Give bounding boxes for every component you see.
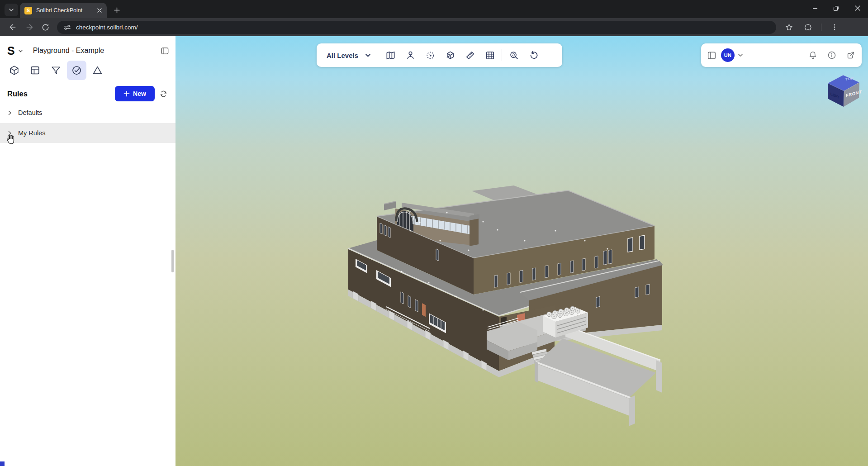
building-model-3d[interactable] — [175, 36, 868, 466]
notifications-button[interactable] — [808, 50, 818, 60]
tool-issues[interactable] — [88, 61, 107, 80]
new-rule-button[interactable]: New — [115, 86, 155, 101]
toolbar-separator — [502, 49, 502, 61]
tool-views[interactable] — [25, 61, 45, 80]
tab-search-button[interactable] — [5, 4, 18, 16]
navigation-cube[interactable]: TOP LEFT FRONT — [825, 71, 863, 113]
rules-heading: Rules — [7, 90, 28, 98]
address-bar[interactable]: checkpoint.solibri.com/ — [57, 21, 776, 34]
map-view-button[interactable] — [380, 45, 400, 65]
sync-rules-button[interactable] — [155, 86, 172, 101]
viewport-3d[interactable]: All Levels — [175, 36, 868, 466]
info-button[interactable] — [827, 50, 837, 60]
browser-tab[interactable]: S Solibri CheckPoint — [20, 3, 107, 18]
new-tab-button[interactable] — [110, 4, 123, 16]
section-box-button[interactable] — [440, 45, 460, 65]
zoom-select-button[interactable] — [504, 45, 524, 65]
workspace-chevron-icon[interactable] — [18, 48, 24, 54]
reset-rotate-icon — [529, 50, 539, 61]
location-pin-icon — [405, 50, 416, 61]
zoom-magnifier-icon — [509, 50, 519, 61]
share-button[interactable] — [846, 50, 856, 60]
browser-window: S Solibri CheckPoint checkpoint.solibri.… — [0, 0, 868, 466]
urlbar-separator — [821, 24, 821, 31]
chevron-right-icon[interactable] — [7, 130, 13, 136]
tree-item-label[interactable]: My Rules — [18, 129, 45, 137]
bookmark-star-icon[interactable] — [782, 20, 796, 34]
share-export-icon — [846, 50, 856, 60]
window-restore-button[interactable] — [825, 0, 847, 16]
extensions-icon[interactable] — [801, 20, 815, 34]
tab-title: Solibri CheckPoint — [36, 7, 95, 14]
window-close-button[interactable] — [847, 0, 868, 16]
url-text[interactable]: checkpoint.solibri.com/ — [76, 24, 138, 31]
filter-funnel-icon — [50, 65, 62, 76]
tree-item-my-rules[interactable]: My Rules — [0, 123, 175, 143]
focus-selection-button[interactable] — [420, 45, 440, 65]
ruler-icon — [465, 50, 475, 61]
levels-label[interactable]: All Levels — [327, 52, 358, 59]
panel-toggle-icon[interactable] — [707, 51, 716, 60]
grid-icon — [485, 50, 495, 61]
new-rule-label: New — [133, 90, 146, 97]
viewer-toolbar: All Levels — [317, 43, 562, 67]
cube-icon — [9, 65, 20, 76]
site-settings-icon[interactable] — [63, 24, 71, 31]
solibri-favicon: S — [24, 7, 32, 14]
sidebar-scrollbar-thumb[interactable] — [171, 250, 174, 272]
project-title: Playground - Example — [33, 47, 104, 55]
reload-button[interactable] — [38, 20, 52, 34]
sidebar-toolbar — [5, 61, 107, 80]
browser-menu-icon[interactable] — [828, 20, 841, 34]
tool-filter[interactable] — [46, 61, 66, 80]
user-avatar[interactable]: UN — [721, 48, 735, 62]
section-cube-icon — [445, 50, 455, 61]
urlbar-actions — [781, 20, 843, 34]
account-actions — [808, 50, 856, 60]
measure-button[interactable] — [460, 45, 480, 65]
focus-target-icon — [425, 50, 436, 61]
account-toolbar: UN — [701, 43, 862, 67]
app-content: S Playground - Example — [0, 36, 868, 466]
collapse-sidebar-icon[interactable] — [161, 47, 169, 55]
walk-mode-button[interactable] — [400, 45, 420, 65]
tool-model-3d[interactable] — [5, 61, 24, 80]
chevron-down-icon[interactable] — [737, 52, 744, 58]
reset-view-button[interactable] — [524, 45, 544, 65]
bell-icon — [808, 50, 818, 60]
chevron-down-icon — [9, 7, 14, 13]
tree-item-defaults[interactable]: Defaults — [0, 104, 175, 121]
browser-titlebar: S Solibri CheckPoint — [0, 0, 868, 18]
chevron-down-icon — [365, 52, 371, 59]
triangle-icon — [92, 65, 103, 76]
levels-selector[interactable]: All Levels — [327, 52, 371, 59]
browser-urlbar: checkpoint.solibri.com/ — [0, 18, 868, 36]
forward-button[interactable] — [22, 20, 36, 34]
window-controls — [804, 0, 868, 18]
bottom-corner-widget — [0, 461, 5, 466]
sidebar-header: S Playground - Example — [7, 43, 169, 58]
tab-close-icon[interactable] — [95, 7, 103, 14]
tool-rules[interactable] — [67, 61, 86, 80]
refresh-icon — [159, 89, 168, 99]
plus-icon — [123, 90, 130, 97]
map-icon — [385, 50, 396, 61]
window-minimize-button[interactable] — [804, 0, 825, 16]
solibri-logo: S — [7, 45, 14, 57]
tree-item-label[interactable]: Defaults — [18, 109, 42, 116]
chevron-right-icon[interactable] — [7, 110, 13, 116]
grid-button[interactable] — [480, 45, 500, 65]
sidebar: S Playground - Example — [0, 36, 175, 466]
check-circle-icon — [71, 65, 82, 76]
layout-table-icon — [29, 65, 41, 76]
rules-header: Rules New — [7, 85, 172, 103]
info-circle-icon — [827, 50, 837, 60]
back-button[interactable] — [6, 20, 19, 34]
